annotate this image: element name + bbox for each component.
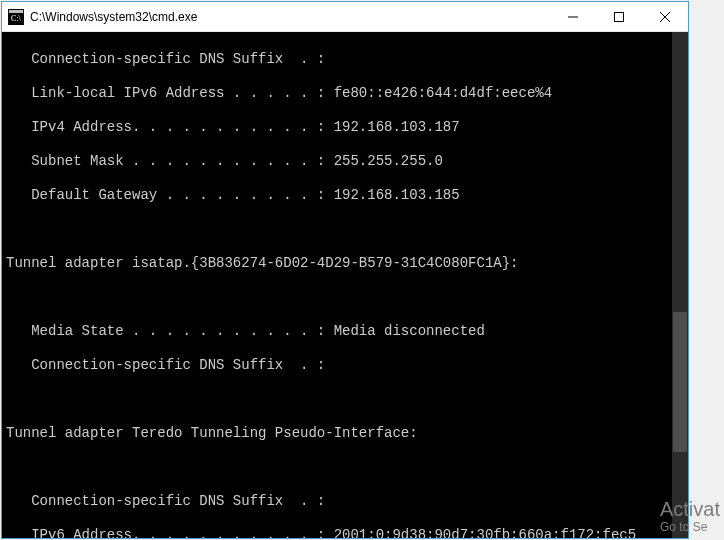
cmd-window: C:\ C:\Windows\system32\cmd.exe Connecti… <box>1 1 689 539</box>
blank-line <box>6 459 684 476</box>
output-line: Connection-specific DNS Suffix . : <box>6 357 684 374</box>
output-line: Connection-specific DNS Suffix . : <box>6 493 684 510</box>
titlebar[interactable]: C:\ C:\Windows\system32\cmd.exe <box>2 2 688 32</box>
cmd-icon: C:\ <box>8 9 24 25</box>
svg-text:C:\: C:\ <box>11 14 22 23</box>
maximize-button[interactable] <box>596 2 642 31</box>
output-line: Link-local IPv6 Address . . . . . : fe80… <box>6 85 684 102</box>
minimize-button[interactable] <box>550 2 596 31</box>
scrollbar-thumb[interactable] <box>673 312 687 452</box>
output-line: Tunnel adapter isatap.{3B836274-6D02-4D2… <box>6 255 684 272</box>
output-line: Subnet Mask . . . . . . . . . . . : 255.… <box>6 153 684 170</box>
window-controls <box>550 2 688 31</box>
output-line: Default Gateway . . . . . . . . . : 192.… <box>6 187 684 204</box>
output-line: Media State . . . . . . . . . . . : Medi… <box>6 323 684 340</box>
blank-line <box>6 289 684 306</box>
close-button[interactable] <box>642 2 688 31</box>
window-title: C:\Windows\system32\cmd.exe <box>30 10 550 24</box>
output-line: Connection-specific DNS Suffix . : <box>6 51 684 68</box>
svg-rect-1 <box>9 10 23 13</box>
blank-line <box>6 391 684 408</box>
blank-line <box>6 221 684 238</box>
svg-rect-4 <box>615 12 624 21</box>
output-line: Tunnel adapter Teredo Tunneling Pseudo-I… <box>6 425 684 442</box>
console-output[interactable]: Connection-specific DNS Suffix . : Link-… <box>2 32 688 538</box>
scrollbar[interactable] <box>672 32 688 538</box>
output-line: IPv4 Address. . . . . . . . . . . : 192.… <box>6 119 684 136</box>
output-line: IPv6 Address. . . . . . . . . . . : 2001… <box>6 527 684 538</box>
